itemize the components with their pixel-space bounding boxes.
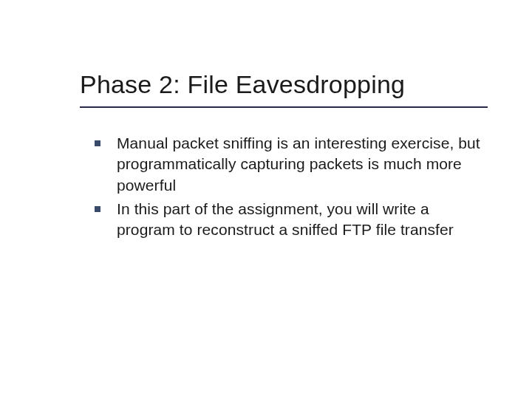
square-bullet-icon <box>95 206 100 212</box>
list-item-text: Manual packet sniffing is an interesting… <box>117 133 486 196</box>
list-item: Manual packet sniffing is an interesting… <box>95 133 486 196</box>
slide-body: Manual packet sniffing is an interesting… <box>95 133 486 244</box>
list-item: In this part of the assignment, you will… <box>95 199 486 241</box>
title-underline <box>80 106 488 108</box>
square-bullet-icon <box>95 140 100 146</box>
list-item-text: In this part of the assignment, you will… <box>117 199 486 241</box>
slide: Phase 2: File Eavesdropping Manual packe… <box>0 0 532 399</box>
slide-title: Phase 2: File Eavesdropping <box>80 70 488 103</box>
slide-title-wrap: Phase 2: File Eavesdropping <box>80 70 488 103</box>
